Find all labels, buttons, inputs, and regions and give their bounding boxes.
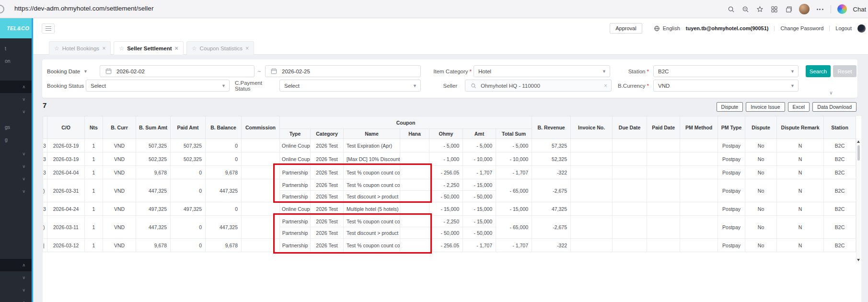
c-payment-status-select[interactable]: Select▼ — [279, 80, 421, 92]
date-type-select[interactable]: Booking Date▼ — [47, 65, 98, 77]
cell-clipped: 3 — [43, 152, 47, 166]
cell-total-sum: - 65,000 — [496, 216, 532, 239]
cell-coupon-name: Test % coupon count corre — [344, 239, 400, 252]
screen: https://dev-adm.ohmyhotel.com/settlement… — [0, 0, 868, 302]
sidebar-toggle-button[interactable] — [42, 23, 55, 34]
table-row[interactable]: 32026-04-041VND9,67809,678Partnership202… — [43, 166, 856, 179]
collections-icon[interactable] — [785, 5, 793, 13]
cell-b-sum-amt: 447,325 — [136, 179, 171, 202]
sidebar-item[interactable]: ∨ — [0, 160, 32, 173]
reset-button[interactable]: Reset — [833, 65, 856, 77]
sidebar-item[interactable]: ∨ — [0, 173, 32, 185]
cell-co: 2026-03-11 — [47, 216, 85, 239]
table-row[interactable]: )2026-03-311VND447,3250447,325Partnershi… — [43, 179, 856, 191]
search-icon[interactable] — [727, 5, 735, 13]
copilot-icon[interactable] — [837, 4, 847, 14]
browser-menu-icon[interactable] — [816, 9, 824, 10]
tab-close-icon[interactable]: × — [245, 45, 249, 52]
cell-coupon-amt: - 15,000 — [463, 202, 496, 216]
tab-star-icon[interactable]: ☆ — [54, 45, 59, 52]
chevron-down-icon: ∨ — [22, 288, 25, 292]
filter-expand-chevron-icon[interactable]: ∨ — [825, 89, 837, 96]
cell-commission — [242, 139, 280, 152]
data-download-button[interactable]: Data Download — [812, 102, 856, 112]
cell-paid-date — [647, 202, 680, 216]
table-row[interactable]: 32026-04-241VND497,325497,3250Online Cou… — [43, 202, 856, 216]
table-row[interactable]: 32026-03-191VND507,325507,3250Online Cou… — [43, 139, 856, 152]
zoom-out-icon[interactable] — [741, 5, 750, 13]
cell-invoice-no — [571, 179, 613, 202]
sidebar-item[interactable]: g — [0, 133, 32, 146]
cell-total-sum: - 65,000 — [496, 179, 532, 202]
invoice-issue-button[interactable]: Invoice Issue — [746, 102, 785, 112]
cell-station: B2C — [824, 202, 856, 216]
dark-circle-icon[interactable] — [857, 24, 866, 33]
sidebar-item[interactable]: ∨ — [0, 93, 32, 105]
sidebar-item[interactable]: gs — [0, 121, 32, 133]
sidebar-item[interactable]: ∨ — [0, 105, 32, 118]
tab-seller-settlement[interactable]: ☆Seller Settlement× — [114, 41, 183, 55]
table-row[interactable]: 32026-03-191VND502,325502,3250Online Cou… — [43, 152, 856, 166]
cell-pm-type: Postpay — [718, 139, 745, 152]
cell-b-curr: VND — [103, 179, 136, 202]
change-password-link[interactable]: Change Password — [780, 25, 823, 31]
cell-coupon-ohmy: - 256.05 — [429, 166, 463, 179]
item-category-select[interactable]: Hotel▼ — [474, 65, 610, 77]
col-paid-amt: Paid Amt — [171, 116, 206, 139]
excel-button[interactable]: Excel — [788, 102, 810, 112]
sidebar-item[interactable]: ∧ — [0, 81, 32, 93]
table-row[interactable]: )2026-03-111VND447,3250447,325Partnershi… — [43, 216, 856, 227]
tab-star-icon[interactable]: ☆ — [119, 45, 124, 52]
cell-coupon-category: 2026 Test — [311, 166, 344, 179]
seller-input[interactable]: Ohmyhotel HQ - 110000 × — [465, 80, 612, 92]
chevron-down-icon: ∨ — [22, 275, 25, 280]
app-logo[interactable]: TEL&CO — [0, 18, 32, 38]
sidebar-item[interactable]: ∨ — [0, 148, 32, 160]
scrollbar-thumb[interactable] — [857, 145, 860, 161]
date-from-input[interactable]: 2026-02-02 — [100, 65, 255, 77]
clear-icon[interactable]: × — [604, 82, 607, 89]
sidebar-item[interactable]: on — [0, 55, 32, 67]
url-bar[interactable]: https://dev-adm.ohmyhotel.com/settlement… — [14, 5, 153, 12]
tab-coupon-statistics[interactable]: ☆Coupon Statistics× — [186, 41, 255, 55]
cell-coupon-category: 2026 Test — [311, 227, 344, 239]
table-row[interactable]: |2026-03-121VND9,67809,678Partnership202… — [43, 239, 856, 252]
cell-b-sum-amt: 502,325 — [136, 152, 171, 166]
booking-status-select[interactable]: Select▼ — [86, 80, 230, 92]
chat-button-label[interactable]: Chat — [853, 6, 866, 13]
chevron-down-icon: ∨ — [22, 151, 25, 156]
browser-profile-avatar[interactable] — [799, 4, 810, 14]
scroll-down-icon[interactable] — [857, 259, 860, 261]
col-paid-date: Paid Date — [647, 116, 680, 139]
cell-coupon-name: [Max DC] 10% Discount (M — [344, 152, 400, 166]
dispute-button[interactable]: Dispute — [717, 102, 743, 112]
cell-due-date — [613, 202, 647, 216]
tab-star-icon[interactable]: ☆ — [192, 45, 197, 52]
cell-nts: 1 — [85, 216, 103, 239]
tab-hotel-bookings[interactable]: ☆Hotel Bookings× — [49, 41, 111, 55]
extensions-icon[interactable] — [770, 5, 778, 13]
tab-close-icon[interactable]: × — [175, 45, 178, 52]
approval-button[interactable]: Approval — [610, 23, 642, 34]
site-info-icon[interactable] — [0, 5, 4, 13]
sidebar-item[interactable]: t — [0, 42, 32, 55]
sidebar-item[interactable]: ∧ — [0, 259, 32, 271]
cell-coupon-ohmy: - 5,000 — [429, 139, 463, 152]
favorites-star-icon[interactable] — [756, 5, 764, 13]
cell-pm-type: Postpay — [718, 152, 745, 166]
sidebar-item[interactable]: ∧ — [0, 296, 32, 302]
col-amt: Amt — [463, 129, 496, 139]
date-to-input[interactable]: 2026-02-25 — [265, 65, 421, 77]
cell-paid-date — [647, 152, 680, 166]
b-currency-select[interactable]: VND▼ — [653, 80, 799, 92]
language-selector[interactable]: English — [653, 24, 680, 33]
chevron-down-icon: ▼ — [790, 69, 795, 74]
station-select[interactable]: B2C▼ — [653, 65, 799, 77]
tab-close-icon[interactable]: × — [102, 45, 105, 52]
sidebar-item[interactable]: ∨ — [0, 284, 32, 296]
sidebar-item[interactable]: ∨ — [0, 185, 32, 197]
scroll-up-icon[interactable] — [857, 140, 860, 143]
search-button[interactable]: Search — [806, 65, 831, 77]
sidebar-item[interactable]: ∨ — [0, 271, 32, 284]
logout-link[interactable]: Logout — [835, 25, 852, 31]
